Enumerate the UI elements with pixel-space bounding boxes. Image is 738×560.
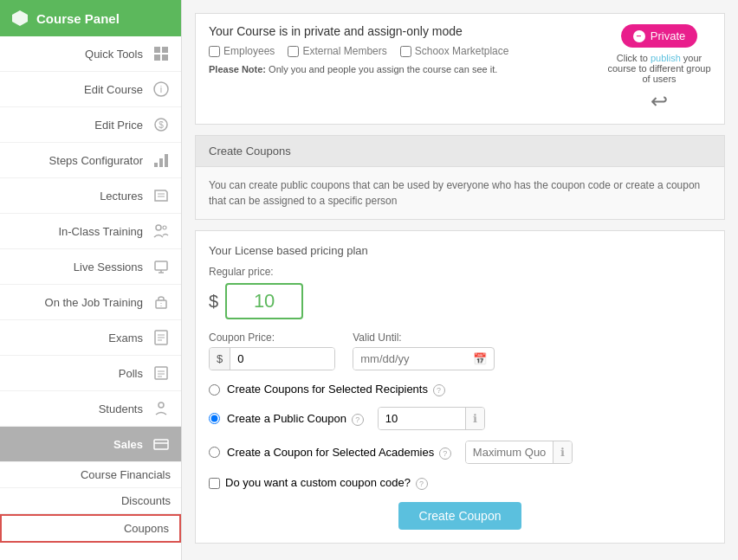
sidebar-item-label: Edit Course: [84, 83, 143, 96]
create-coupons-section: Create Coupons You can create public cou…: [195, 135, 725, 220]
custom-code-help-icon[interactable]: ?: [416, 478, 428, 490]
employees-label: Employees: [223, 45, 275, 57]
sidebar-item-edit-price[interactable]: Edit Price $: [0, 107, 181, 143]
sidebar-item-quick-tools[interactable]: Quick Tools: [0, 36, 181, 72]
sidebar-item-label: In-Class Training: [58, 225, 143, 238]
svg-point-14: [156, 225, 161, 230]
publish-hint: Click to publish your course to differen…: [607, 53, 711, 84]
radio-public-coupon-label: Create a Public Coupon ?: [227, 412, 364, 426]
create-coupons-description: You can create public coupons that can b…: [209, 177, 711, 209]
svg-rect-16: [155, 261, 167, 270]
private-button[interactable]: − Private: [621, 24, 697, 48]
radio-public-coupon-input[interactable]: [209, 413, 220, 424]
sidebar-item-on-the-job-training[interactable]: On the Job Training: [0, 285, 181, 320]
employees-checkbox-input[interactable]: [209, 46, 220, 57]
radio-selected-recipients: Create Coupons for Selected Recipients ?: [209, 383, 711, 396]
sidebar-item-live-sessions[interactable]: Live Sessions: [0, 249, 181, 285]
publish-link[interactable]: publish: [651, 53, 681, 63]
coupon-price-label: Coupon Price:: [209, 331, 335, 344]
coupon-price-input[interactable]: [230, 348, 334, 370]
radio-selected-academies-input[interactable]: [209, 447, 220, 458]
sidebar-item-label: Quick Tools: [85, 48, 143, 61]
selected-academies-input[interactable]: [466, 441, 553, 463]
radio-section: Create Coupons for Selected Recipients ?…: [209, 383, 711, 464]
custom-coupon-code-checkbox[interactable]: [209, 478, 220, 489]
sidebar: Course Panel Quick Tools Edit Course i E…: [0, 0, 182, 560]
sidebar-sub-item-label: Discounts: [121, 494, 171, 507]
sidebar-sub-item-label: Course Financials: [81, 468, 171, 481]
exams-icon: [152, 328, 171, 347]
sidebar-item-lectures[interactable]: Lectures: [0, 178, 181, 214]
radio-selected-recipients-input[interactable]: [209, 384, 220, 396]
selected-academies-info-icon[interactable]: ℹ: [553, 441, 572, 463]
sidebar-item-label: Steps Configurator: [49, 154, 143, 167]
valid-until-input[interactable]: [353, 348, 466, 370]
sidebar-item-label: Students: [99, 402, 143, 415]
public-coupon-info-icon[interactable]: ℹ: [465, 408, 484, 429]
public-coupon-input[interactable]: [379, 408, 465, 429]
svg-point-15: [163, 226, 166, 229]
private-banner-title: Your Course is in private and assign-onl…: [209, 24, 607, 38]
help-icon-public-coupon[interactable]: ?: [352, 414, 364, 426]
main-content: Your Course is in private and assign-onl…: [182, 0, 738, 560]
svg-rect-11: [165, 154, 168, 167]
regular-price-label: Regular price:: [209, 266, 711, 278]
svg-text:$: $: [159, 120, 164, 130]
svg-rect-3: [154, 55, 160, 61]
students-icon: [152, 399, 171, 418]
private-button-label: Private: [651, 29, 685, 42]
sidebar-sub-item-course-financials[interactable]: Course Financials: [0, 462, 181, 488]
calendar-icon[interactable]: 📅: [466, 348, 494, 370]
please-note-prefix: Please Note:: [209, 64, 266, 74]
svg-rect-1: [154, 47, 160, 53]
sidebar-item-in-class-training[interactable]: In-Class Training: [0, 214, 181, 249]
external-members-checkbox-input[interactable]: [288, 46, 299, 57]
private-banner-left: Your Course is in private and assign-onl…: [209, 24, 607, 74]
create-coupons-header: Create Coupons: [196, 136, 724, 167]
external-members-label: External Members: [302, 45, 386, 57]
sidebar-item-exams[interactable]: Exams: [0, 320, 181, 356]
job-icon: [152, 293, 171, 312]
svg-text:i: i: [160, 84, 162, 94]
publish-hint-prefix: Click to: [617, 53, 651, 63]
sidebar-item-label: Lectures: [100, 190, 143, 203]
schoox-marketplace-label: Schoox Marketplace: [415, 45, 509, 57]
external-members-checkbox[interactable]: External Members: [288, 45, 386, 57]
coupon-form-row: Coupon Price: $ Valid Until: 📅: [209, 331, 711, 370]
sidebar-item-edit-course[interactable]: Edit Course i: [0, 72, 181, 107]
schoox-marketplace-checkbox-input[interactable]: [400, 46, 411, 57]
sidebar-section-label: Sales: [113, 438, 143, 451]
schoox-marketplace-checkbox[interactable]: Schoox Marketplace: [400, 45, 509, 57]
license-plan-box: Your License based pricing plan Regular …: [195, 230, 725, 544]
svg-point-29: [159, 402, 164, 408]
grid-icon: [152, 44, 171, 63]
license-plan-title: Your License based pricing plan: [209, 244, 711, 257]
svg-rect-2: [162, 47, 168, 53]
regular-price-input[interactable]: [225, 283, 303, 319]
sidebar-sub-item-discounts[interactable]: Discounts: [0, 488, 181, 514]
sidebar-section-sales[interactable]: Sales: [0, 427, 181, 462]
radio-selected-recipients-label: Create Coupons for Selected Recipients ?: [227, 383, 445, 396]
sidebar-sub-item-coupons[interactable]: Coupons: [0, 514, 181, 543]
employees-checkbox[interactable]: Employees: [209, 45, 275, 57]
sidebar-header: Course Panel: [0, 0, 181, 36]
course-panel-icon: [10, 9, 29, 28]
svg-rect-30: [154, 440, 168, 449]
valid-until-input-wrapper: 📅: [353, 347, 495, 370]
price-input-row: $: [209, 283, 711, 319]
create-coupon-button[interactable]: Create Coupon: [398, 502, 522, 530]
create-coupons-body: You can create public coupons that can b…: [196, 167, 724, 219]
svg-rect-4: [162, 55, 168, 61]
sidebar-item-polls[interactable]: Polls: [0, 356, 181, 391]
please-note-text: Only you and people you assign the cours…: [269, 64, 497, 74]
sidebar-item-students[interactable]: Students: [0, 391, 181, 427]
radio-public-coupon: Create a Public Coupon ? ℹ: [209, 407, 711, 430]
help-icon-selected-recipients[interactable]: ?: [433, 384, 445, 396]
arrow-icon: ↩: [651, 89, 668, 113]
valid-until-label: Valid Until:: [353, 331, 495, 344]
sidebar-item-steps-configurator[interactable]: Steps Configurator: [0, 143, 181, 178]
live-icon: [152, 257, 171, 276]
lectures-icon: [152, 186, 171, 205]
sales-icon: [152, 434, 171, 454]
help-icon-selected-academies[interactable]: ?: [439, 447, 451, 460]
